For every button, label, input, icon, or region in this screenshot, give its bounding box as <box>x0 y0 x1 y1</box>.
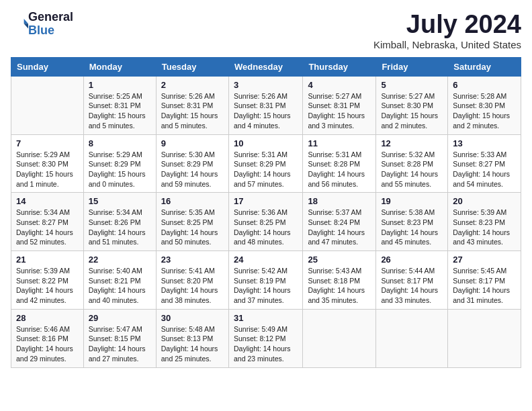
logo-text: General Blue <box>28 11 73 38</box>
location-subtitle: Kimball, Nebraska, United States <box>373 39 521 50</box>
calendar-week-row: 7Sunrise: 5:29 AM Sunset: 8:30 PM Daylig… <box>11 134 521 193</box>
day-number: 3 <box>234 80 298 90</box>
table-row <box>303 309 376 367</box>
logo-icon <box>12 16 28 32</box>
header-thursday: Thursday <box>303 57 376 76</box>
day-detail: Sunrise: 5:48 AM Sunset: 8:13 PM Dayligh… <box>161 324 224 364</box>
day-detail: Sunrise: 5:34 AM Sunset: 8:27 PM Dayligh… <box>16 208 79 247</box>
header-saturday: Saturday <box>448 57 521 76</box>
header-friday: Friday <box>376 57 448 76</box>
header-wednesday: Wednesday <box>228 57 302 76</box>
day-number: 5 <box>381 80 443 90</box>
day-detail: Sunrise: 5:49 AM Sunset: 8:12 PM Dayligh… <box>234 324 298 364</box>
table-row: 10Sunrise: 5:31 AM Sunset: 8:29 PM Dayli… <box>228 134 302 193</box>
day-number: 16 <box>161 196 224 206</box>
table-row: 9Sunrise: 5:30 AM Sunset: 8:29 PM Daylig… <box>156 134 228 193</box>
table-row: 31Sunrise: 5:49 AM Sunset: 8:12 PM Dayli… <box>228 309 302 367</box>
table-row <box>448 309 521 367</box>
day-number: 19 <box>381 196 443 206</box>
day-number: 1 <box>89 80 151 90</box>
header-tuesday: Tuesday <box>156 57 228 76</box>
table-row: 22Sunrise: 5:40 AM Sunset: 8:21 PM Dayli… <box>83 251 156 310</box>
table-row <box>11 76 84 134</box>
day-number: 4 <box>308 80 371 90</box>
day-number: 22 <box>89 255 151 265</box>
table-row: 7Sunrise: 5:29 AM Sunset: 8:30 PM Daylig… <box>11 134 84 193</box>
table-row: 30Sunrise: 5:48 AM Sunset: 8:13 PM Dayli… <box>156 309 228 367</box>
day-detail: Sunrise: 5:32 AM Sunset: 8:28 PM Dayligh… <box>381 150 443 189</box>
day-number: 27 <box>453 255 516 265</box>
day-number: 15 <box>89 196 151 206</box>
calendar-table: Sunday Monday Tuesday Wednesday Thursday… <box>11 57 521 368</box>
day-detail: Sunrise: 5:26 AM Sunset: 8:31 PM Dayligh… <box>234 91 298 131</box>
table-row: 6Sunrise: 5:28 AM Sunset: 8:30 PM Daylig… <box>448 76 521 134</box>
day-detail: Sunrise: 5:31 AM Sunset: 8:28 PM Dayligh… <box>308 150 371 189</box>
table-row: 14Sunrise: 5:34 AM Sunset: 8:27 PM Dayli… <box>11 193 84 251</box>
table-row: 20Sunrise: 5:39 AM Sunset: 8:23 PM Dayli… <box>448 193 521 251</box>
day-detail: Sunrise: 5:26 AM Sunset: 8:31 PM Dayligh… <box>161 91 224 131</box>
calendar-week-row: 14Sunrise: 5:34 AM Sunset: 8:27 PM Dayli… <box>11 193 521 251</box>
table-row: 1Sunrise: 5:25 AM Sunset: 8:31 PM Daylig… <box>83 76 156 134</box>
day-number: 14 <box>16 196 79 206</box>
day-number: 24 <box>234 255 298 265</box>
day-detail: Sunrise: 5:36 AM Sunset: 8:25 PM Dayligh… <box>234 208 298 247</box>
day-detail: Sunrise: 5:27 AM Sunset: 8:31 PM Dayligh… <box>308 91 371 131</box>
table-row: 29Sunrise: 5:47 AM Sunset: 8:15 PM Dayli… <box>83 309 156 367</box>
day-detail: Sunrise: 5:43 AM Sunset: 8:18 PM Dayligh… <box>308 266 371 306</box>
day-detail: Sunrise: 5:40 AM Sunset: 8:21 PM Dayligh… <box>89 266 151 306</box>
page-header: General Blue July 2024 Kimball, Nebraska… <box>11 11 521 50</box>
calendar-week-row: 21Sunrise: 5:39 AM Sunset: 8:22 PM Dayli… <box>11 251 521 310</box>
table-row: 11Sunrise: 5:31 AM Sunset: 8:28 PM Dayli… <box>303 134 376 193</box>
day-detail: Sunrise: 5:27 AM Sunset: 8:30 PM Dayligh… <box>381 91 443 131</box>
day-detail: Sunrise: 5:41 AM Sunset: 8:20 PM Dayligh… <box>161 266 224 306</box>
table-row: 18Sunrise: 5:37 AM Sunset: 8:24 PM Dayli… <box>303 193 376 251</box>
table-row: 5Sunrise: 5:27 AM Sunset: 8:30 PM Daylig… <box>376 76 448 134</box>
day-detail: Sunrise: 5:44 AM Sunset: 8:17 PM Dayligh… <box>381 266 443 306</box>
day-number: 31 <box>234 313 298 323</box>
day-number: 13 <box>453 138 516 148</box>
month-year-title: July 2024 <box>373 11 521 39</box>
day-number: 7 <box>16 138 79 148</box>
table-row: 25Sunrise: 5:43 AM Sunset: 8:18 PM Dayli… <box>303 251 376 310</box>
calendar-header-row: Sunday Monday Tuesday Wednesday Thursday… <box>11 57 521 76</box>
day-number: 10 <box>234 138 298 148</box>
day-number: 23 <box>161 255 224 265</box>
day-detail: Sunrise: 5:30 AM Sunset: 8:29 PM Dayligh… <box>161 150 224 189</box>
table-row: 26Sunrise: 5:44 AM Sunset: 8:17 PM Dayli… <box>376 251 448 310</box>
day-detail: Sunrise: 5:46 AM Sunset: 8:16 PM Dayligh… <box>16 324 79 364</box>
table-row: 16Sunrise: 5:35 AM Sunset: 8:25 PM Dayli… <box>156 193 228 251</box>
table-row: 4Sunrise: 5:27 AM Sunset: 8:31 PM Daylig… <box>303 76 376 134</box>
table-row: 2Sunrise: 5:26 AM Sunset: 8:31 PM Daylig… <box>156 76 228 134</box>
day-number: 6 <box>453 80 516 90</box>
logo-blue: Blue <box>28 24 73 38</box>
calendar-week-row: 28Sunrise: 5:46 AM Sunset: 8:16 PM Dayli… <box>11 309 521 367</box>
table-row: 23Sunrise: 5:41 AM Sunset: 8:20 PM Dayli… <box>156 251 228 310</box>
header-monday: Monday <box>83 57 156 76</box>
day-detail: Sunrise: 5:34 AM Sunset: 8:26 PM Dayligh… <box>89 208 151 247</box>
day-number: 30 <box>161 313 224 323</box>
day-number: 9 <box>161 138 224 148</box>
title-block: July 2024 Kimball, Nebraska, United Stat… <box>373 11 521 50</box>
day-number: 28 <box>16 313 79 323</box>
day-detail: Sunrise: 5:39 AM Sunset: 8:22 PM Dayligh… <box>16 266 79 306</box>
day-number: 8 <box>89 138 151 148</box>
day-detail: Sunrise: 5:29 AM Sunset: 8:29 PM Dayligh… <box>89 150 151 189</box>
calendar-week-row: 1Sunrise: 5:25 AM Sunset: 8:31 PM Daylig… <box>11 76 521 134</box>
day-detail: Sunrise: 5:33 AM Sunset: 8:27 PM Dayligh… <box>453 150 516 189</box>
day-number: 25 <box>308 255 371 265</box>
header-sunday: Sunday <box>11 57 84 76</box>
logo: General Blue <box>11 11 73 38</box>
table-row: 3Sunrise: 5:26 AM Sunset: 8:31 PM Daylig… <box>228 76 302 134</box>
day-detail: Sunrise: 5:29 AM Sunset: 8:30 PM Dayligh… <box>16 150 79 189</box>
table-row <box>376 309 448 367</box>
day-detail: Sunrise: 5:47 AM Sunset: 8:15 PM Dayligh… <box>89 324 151 364</box>
logo-general: General <box>28 11 73 24</box>
table-row: 27Sunrise: 5:45 AM Sunset: 8:17 PM Dayli… <box>448 251 521 310</box>
day-number: 2 <box>161 80 224 90</box>
day-detail: Sunrise: 5:42 AM Sunset: 8:19 PM Dayligh… <box>234 266 298 306</box>
day-detail: Sunrise: 5:38 AM Sunset: 8:23 PM Dayligh… <box>381 208 443 247</box>
day-detail: Sunrise: 5:37 AM Sunset: 8:24 PM Dayligh… <box>308 208 371 247</box>
day-detail: Sunrise: 5:25 AM Sunset: 8:31 PM Dayligh… <box>89 91 151 131</box>
table-row: 8Sunrise: 5:29 AM Sunset: 8:29 PM Daylig… <box>83 134 156 193</box>
day-number: 11 <box>308 138 371 148</box>
